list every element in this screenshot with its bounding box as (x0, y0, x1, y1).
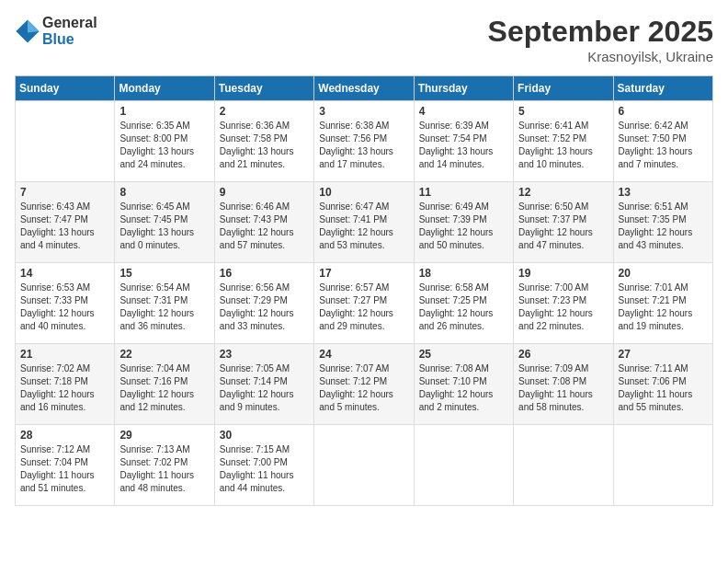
calendar-cell: 18Sunrise: 6:58 AM Sunset: 7:25 PM Dayli… (414, 263, 513, 344)
day-number: 19 (518, 267, 608, 280)
day-info: Sunrise: 6:39 AM Sunset: 7:54 PM Dayligh… (419, 120, 508, 171)
day-info: Sunrise: 6:47 AM Sunset: 7:41 PM Dayligh… (319, 201, 408, 252)
day-info: Sunrise: 6:51 AM Sunset: 7:35 PM Dayligh… (619, 201, 708, 252)
day-number: 27 (619, 348, 708, 361)
day-number: 17 (319, 267, 408, 280)
day-info: Sunrise: 7:00 AM Sunset: 7:23 PM Dayligh… (518, 282, 608, 333)
calendar-cell: 9Sunrise: 6:46 AM Sunset: 7:43 PM Daylig… (214, 182, 313, 263)
day-info: Sunrise: 6:54 AM Sunset: 7:31 PM Dayligh… (119, 282, 209, 333)
calendar-cell (414, 425, 513, 506)
header-thursday: Thursday (414, 76, 513, 101)
header-friday: Friday (514, 76, 613, 101)
calendar-cell: 10Sunrise: 6:47 AM Sunset: 7:41 PM Dayli… (314, 182, 414, 263)
page-header: General Blue September 2025 Krasnoyilsk,… (15, 15, 713, 64)
day-info: Sunrise: 7:15 AM Sunset: 7:00 PM Dayligh… (220, 443, 309, 495)
day-number: 24 (319, 348, 408, 361)
day-info: Sunrise: 7:01 AM Sunset: 7:21 PM Dayligh… (619, 282, 708, 333)
day-info: Sunrise: 6:45 AM Sunset: 7:45 PM Dayligh… (119, 201, 209, 252)
calendar-cell (16, 101, 115, 182)
day-info: Sunrise: 7:13 AM Sunset: 7:02 PM Dayligh… (119, 443, 209, 495)
day-info: Sunrise: 7:05 AM Sunset: 7:14 PM Dayligh… (220, 362, 309, 414)
header-saturday: Saturday (613, 76, 712, 101)
title-block: September 2025 Krasnoyilsk, Ukraine (488, 15, 713, 64)
logo-general: General (42, 15, 97, 31)
day-number: 8 (119, 186, 209, 199)
day-info: Sunrise: 6:49 AM Sunset: 7:39 PM Dayligh… (419, 201, 508, 252)
calendar-body: 1Sunrise: 6:35 AM Sunset: 8:00 PM Daylig… (16, 101, 713, 506)
calendar-header-row: SundayMondayTuesdayWednesdayThursdayFrid… (16, 76, 713, 101)
day-info: Sunrise: 6:46 AM Sunset: 7:43 PM Dayligh… (220, 201, 309, 252)
day-number: 28 (20, 429, 109, 442)
day-info: Sunrise: 7:11 AM Sunset: 7:06 PM Dayligh… (619, 362, 708, 414)
location-subtitle: Krasnoyilsk, Ukraine (488, 49, 713, 64)
day-number: 30 (220, 429, 309, 442)
day-number: 16 (220, 267, 309, 280)
day-number: 1 (119, 105, 209, 118)
day-info: Sunrise: 6:43 AM Sunset: 7:47 PM Dayligh… (20, 201, 109, 252)
logo-blue: Blue (42, 31, 97, 48)
header-sunday: Sunday (16, 76, 115, 101)
day-number: 12 (518, 186, 608, 199)
calendar-cell: 4Sunrise: 6:39 AM Sunset: 7:54 PM Daylig… (414, 101, 513, 182)
calendar-cell: 5Sunrise: 6:41 AM Sunset: 7:52 PM Daylig… (514, 101, 613, 182)
day-info: Sunrise: 7:12 AM Sunset: 7:04 PM Dayligh… (20, 443, 109, 495)
day-number: 26 (518, 348, 608, 361)
header-monday: Monday (115, 76, 214, 101)
calendar-cell (613, 425, 712, 506)
calendar-cell: 25Sunrise: 7:08 AM Sunset: 7:10 PM Dayli… (414, 344, 513, 425)
calendar-cell: 14Sunrise: 6:53 AM Sunset: 7:33 PM Dayli… (16, 263, 115, 344)
day-number: 14 (20, 267, 109, 280)
calendar-cell: 21Sunrise: 7:02 AM Sunset: 7:18 PM Dayli… (16, 344, 115, 425)
day-info: Sunrise: 6:36 AM Sunset: 7:58 PM Dayligh… (220, 120, 309, 171)
day-info: Sunrise: 6:53 AM Sunset: 7:33 PM Dayligh… (20, 282, 109, 333)
day-number: 7 (20, 186, 109, 199)
calendar-cell: 28Sunrise: 7:12 AM Sunset: 7:04 PM Dayli… (16, 425, 115, 506)
calendar-cell: 1Sunrise: 6:35 AM Sunset: 8:00 PM Daylig… (115, 101, 214, 182)
calendar-table: SundayMondayTuesdayWednesdayThursdayFrid… (15, 75, 713, 506)
calendar-cell (514, 425, 613, 506)
calendar-cell: 22Sunrise: 7:04 AM Sunset: 7:16 PM Dayli… (115, 344, 214, 425)
day-number: 5 (518, 105, 608, 118)
calendar-cell: 29Sunrise: 7:13 AM Sunset: 7:02 PM Dayli… (115, 425, 214, 506)
calendar-cell: 16Sunrise: 6:56 AM Sunset: 7:29 PM Dayli… (214, 263, 313, 344)
header-tuesday: Tuesday (214, 76, 313, 101)
calendar-cell (314, 425, 414, 506)
day-info: Sunrise: 7:02 AM Sunset: 7:18 PM Dayligh… (20, 362, 109, 414)
day-number: 20 (619, 267, 708, 280)
header-wednesday: Wednesday (314, 76, 414, 101)
calendar-week-row: 7Sunrise: 6:43 AM Sunset: 7:47 PM Daylig… (16, 182, 713, 263)
day-info: Sunrise: 6:50 AM Sunset: 7:37 PM Dayligh… (518, 201, 608, 252)
day-number: 22 (119, 348, 209, 361)
logo: General Blue (15, 15, 97, 47)
calendar-cell: 20Sunrise: 7:01 AM Sunset: 7:21 PM Dayli… (613, 263, 712, 344)
logo-icon (15, 18, 40, 44)
calendar-cell: 17Sunrise: 6:57 AM Sunset: 7:27 PM Dayli… (314, 263, 414, 344)
calendar-cell: 23Sunrise: 7:05 AM Sunset: 7:14 PM Dayli… (214, 344, 313, 425)
day-number: 23 (220, 348, 309, 361)
day-info: Sunrise: 7:07 AM Sunset: 7:12 PM Dayligh… (319, 362, 408, 414)
calendar-cell: 12Sunrise: 6:50 AM Sunset: 7:37 PM Dayli… (514, 182, 613, 263)
calendar-week-row: 28Sunrise: 7:12 AM Sunset: 7:04 PM Dayli… (16, 425, 713, 506)
day-number: 29 (119, 429, 209, 442)
calendar-cell: 7Sunrise: 6:43 AM Sunset: 7:47 PM Daylig… (16, 182, 115, 263)
month-title: September 2025 (488, 15, 713, 49)
day-number: 10 (319, 186, 408, 199)
day-number: 3 (319, 105, 408, 118)
calendar-cell: 11Sunrise: 6:49 AM Sunset: 7:39 PM Dayli… (414, 182, 513, 263)
calendar-week-row: 21Sunrise: 7:02 AM Sunset: 7:18 PM Dayli… (16, 344, 713, 425)
day-number: 9 (220, 186, 309, 199)
calendar-cell: 26Sunrise: 7:09 AM Sunset: 7:08 PM Dayli… (514, 344, 613, 425)
calendar-cell: 19Sunrise: 7:00 AM Sunset: 7:23 PM Dayli… (514, 263, 613, 344)
svg-marker-1 (28, 19, 40, 32)
day-info: Sunrise: 6:41 AM Sunset: 7:52 PM Dayligh… (518, 120, 608, 171)
day-info: Sunrise: 6:38 AM Sunset: 7:56 PM Dayligh… (319, 120, 408, 171)
day-info: Sunrise: 7:09 AM Sunset: 7:08 PM Dayligh… (518, 362, 608, 414)
day-number: 25 (419, 348, 508, 361)
day-number: 13 (619, 186, 708, 199)
day-info: Sunrise: 7:08 AM Sunset: 7:10 PM Dayligh… (419, 362, 508, 414)
calendar-week-row: 1Sunrise: 6:35 AM Sunset: 8:00 PM Daylig… (16, 101, 713, 182)
calendar-cell: 27Sunrise: 7:11 AM Sunset: 7:06 PM Dayli… (613, 344, 712, 425)
day-number: 21 (20, 348, 109, 361)
calendar-cell: 6Sunrise: 6:42 AM Sunset: 7:50 PM Daylig… (613, 101, 712, 182)
calendar-cell: 30Sunrise: 7:15 AM Sunset: 7:00 PM Dayli… (214, 425, 313, 506)
